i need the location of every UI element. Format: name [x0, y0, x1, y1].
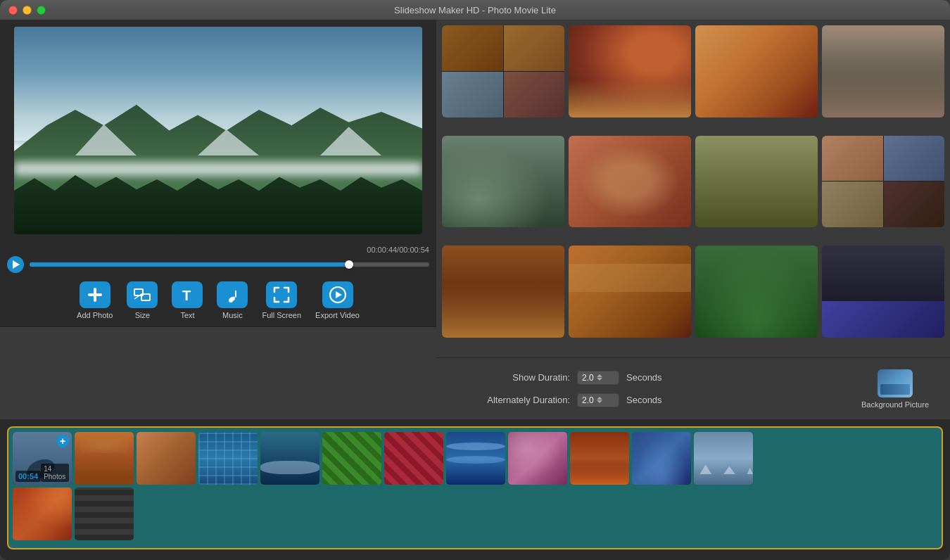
- transition-thumb-3[interactable]: [695, 25, 818, 117]
- show-duration-row: Show Duratin: 2.0 Seconds: [457, 371, 833, 385]
- filmstrip-row-1: 00:54 14 Photos +: [13, 432, 937, 485]
- alternately-duration-stepper[interactable]: [597, 397, 602, 403]
- transition-thumb-4[interactable]: [822, 25, 944, 117]
- filmstrip-item-4[interactable]: [198, 432, 258, 485]
- transition-thumb-1[interactable]: [442, 25, 564, 117]
- background-picture-label: Background Picture: [861, 400, 929, 409]
- transition-thumb-2[interactable]: [569, 25, 691, 117]
- settings-row: Show Duratin: 2.0 Seconds Alternately Du…: [436, 357, 950, 419]
- maximize-button[interactable]: [37, 6, 46, 15]
- transition-thumb-5[interactable]: [442, 136, 564, 228]
- alternately-duration-down[interactable]: [597, 400, 602, 403]
- fullscreen-label: Full Screen: [262, 311, 301, 319]
- main-area: 00:00:44/00:00:54: [0, 20, 950, 419]
- fullscreen-button[interactable]: Full Screen: [262, 281, 301, 319]
- progress-row: [7, 256, 429, 273]
- transition-thumb-7[interactable]: [695, 136, 818, 228]
- filmstrip-item-7[interactable]: [384, 432, 443, 485]
- filmstrip-item-6[interactable]: [322, 432, 381, 485]
- transition-thumb-10[interactable]: [569, 246, 691, 338]
- timeline-area: 00:00:44/00:00:54: [0, 241, 436, 276]
- music-icon: [217, 281, 248, 308]
- alternately-seconds-label: Seconds: [626, 395, 662, 405]
- tool-bar: Add Photo Size T: [0, 276, 436, 327]
- progress-bar[interactable]: [30, 262, 429, 267]
- text-icon: T: [172, 281, 203, 308]
- show-seconds-label: Seconds: [626, 372, 662, 383]
- video-panel: [0, 20, 436, 241]
- settings-panel: Show Duratin: 2.0 Seconds Alternately Du…: [457, 371, 833, 407]
- progress-thumb[interactable]: [345, 260, 353, 269]
- window-controls[interactable]: [8, 6, 46, 15]
- text-label: Text: [180, 311, 194, 319]
- svg-rect-1: [88, 293, 102, 296]
- film-count: 14 Photos: [41, 464, 69, 482]
- export-icon: [322, 281, 353, 308]
- background-picture-icon: [878, 369, 913, 397]
- svg-marker-8: [336, 291, 342, 298]
- filmstrip-item-13[interactable]: [13, 488, 72, 540]
- filmstrip-item-12[interactable]: [694, 432, 753, 485]
- transitions-panel: [436, 20, 950, 357]
- transition-thumb-8[interactable]: [822, 136, 944, 228]
- video-preview: [14, 27, 422, 234]
- alternately-duration-row: Alternately Duration: 2.0 Seconds: [457, 393, 833, 407]
- svg-point-6: [229, 298, 233, 303]
- filmstrip-item-8[interactable]: [446, 432, 505, 485]
- size-label: Size: [135, 311, 150, 319]
- music-button[interactable]: Music: [217, 281, 248, 319]
- alternately-duration-value: 2.0: [582, 395, 594, 405]
- filmstrip-item-5[interactable]: [260, 432, 319, 485]
- film-time: 00:54: [15, 471, 41, 482]
- time-display: 00:00:44/00:00:54: [7, 246, 429, 254]
- export-label: Export Video: [315, 311, 360, 319]
- play-icon: [13, 260, 20, 269]
- add-photo-label: Add Photo: [77, 311, 113, 319]
- export-video-button[interactable]: Export Video: [315, 281, 360, 319]
- filmstrip-container: 00:54 14 Photos +: [7, 426, 943, 549]
- filmstrip-item-10[interactable]: [570, 432, 629, 485]
- transition-thumb-9[interactable]: [442, 246, 564, 338]
- filmstrip-item-2[interactable]: [75, 432, 134, 485]
- transition-thumb-11[interactable]: [695, 246, 818, 338]
- alternately-duration-input[interactable]: 2.0: [577, 393, 619, 407]
- alternately-duration-label: Alternately Duration:: [457, 395, 570, 405]
- fog-layer: [14, 162, 422, 176]
- background-picture-button[interactable]: Background Picture: [861, 369, 929, 409]
- show-duration-stepper[interactable]: [597, 374, 602, 381]
- show-duration-value: 2.0: [582, 373, 594, 383]
- fullscreen-icon: [266, 281, 297, 308]
- close-button[interactable]: [8, 6, 18, 15]
- filmstrip-item-9[interactable]: [508, 432, 567, 485]
- play-button[interactable]: [7, 256, 24, 273]
- show-duration-down[interactable]: [597, 378, 602, 381]
- title-bar: Slideshow Maker HD - Photo Movie Lite: [0, 0, 950, 20]
- filmstrip-area: 00:54 14 Photos +: [0, 419, 950, 560]
- show-duration-up[interactable]: [597, 374, 602, 377]
- text-button[interactable]: T Text: [172, 281, 203, 319]
- show-duration-label: Show Duratin:: [457, 372, 570, 383]
- filmstrip-row-2: [13, 488, 937, 540]
- window-title: Slideshow Maker HD - Photo Movie Lite: [394, 5, 556, 15]
- minimize-button[interactable]: [23, 6, 32, 15]
- progress-fill: [30, 262, 353, 267]
- add-photo-button[interactable]: Add Photo: [77, 281, 113, 319]
- svg-text:T: T: [182, 288, 191, 303]
- alternately-duration-up[interactable]: [597, 397, 602, 400]
- right-panel: Show Duratin: 2.0 Seconds Alternately Du…: [436, 20, 950, 419]
- left-panel: 00:00:44/00:00:54: [0, 20, 436, 419]
- film-info: 00:54 14 Photos: [15, 464, 69, 482]
- size-icon: [127, 281, 158, 308]
- music-label: Music: [222, 311, 243, 319]
- add-photo-icon: [80, 281, 110, 308]
- filmstrip-item-11[interactable]: [632, 432, 691, 485]
- filmstrip-first-item[interactable]: 00:54 14 Photos +: [13, 432, 72, 485]
- transitions-grid: [442, 25, 944, 352]
- filmstrip-item-14[interactable]: [75, 488, 134, 540]
- show-duration-input[interactable]: 2.0: [577, 371, 619, 385]
- filmstrip-item-3[interactable]: [137, 432, 196, 485]
- transition-thumb-12[interactable]: [822, 246, 944, 338]
- size-button[interactable]: Size: [127, 281, 158, 319]
- transition-thumb-6[interactable]: [569, 136, 691, 228]
- add-to-filmstrip-button[interactable]: +: [56, 435, 69, 447]
